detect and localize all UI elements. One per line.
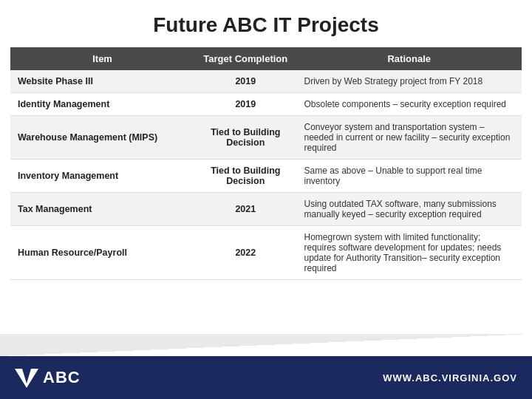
page-title: Future ABC IT Projects bbox=[0, 0, 532, 47]
table-row: Human Resource/Payroll2022Homegrown syst… bbox=[10, 226, 522, 280]
cell-rationale: Obsolete components – security exception… bbox=[297, 93, 522, 116]
decorative-diagonal bbox=[0, 334, 532, 356]
footer-bar: ABC WWW.ABC.VIRGINIA.GOV bbox=[0, 356, 532, 399]
col-header-target: Target Completion bbox=[194, 47, 296, 70]
table-row: Inventory ManagementTied to Building Dec… bbox=[10, 160, 522, 193]
cell-target: 2019 bbox=[194, 70, 296, 93]
cell-target: 2021 bbox=[194, 193, 296, 226]
table-row: Identity Management2019Obsolete componen… bbox=[10, 93, 522, 116]
table-row: Warehouse Management (MIPS)Tied to Build… bbox=[10, 116, 522, 160]
cell-rationale: Same as above – Unable to support real t… bbox=[297, 160, 522, 193]
abc-logo-icon bbox=[15, 366, 38, 389]
cell-rationale: Conveyor system and transportation syste… bbox=[297, 116, 522, 160]
cell-target: Tied to Building Decision bbox=[194, 116, 296, 160]
col-header-item: Item bbox=[10, 47, 194, 70]
cell-target: 2022 bbox=[194, 226, 296, 280]
cell-rationale: Driven by Web Strategy project from FY 2… bbox=[297, 70, 522, 93]
svg-marker-0 bbox=[15, 369, 38, 388]
table-wrapper: Item Target Completion Rationale Website… bbox=[10, 47, 522, 280]
cell-item: Warehouse Management (MIPS) bbox=[10, 116, 194, 160]
footer-url: WWW.ABC.VIRGINIA.GOV bbox=[383, 372, 517, 383]
footer-abc-text: ABC bbox=[43, 368, 81, 387]
table-row: Website Phase III2019Driven by Web Strat… bbox=[10, 70, 522, 93]
cell-rationale: Homegrown system with limited functional… bbox=[297, 226, 522, 280]
table-row: Tax Management2021Using outdated TAX sof… bbox=[10, 193, 522, 226]
cell-item: Human Resource/Payroll bbox=[10, 226, 194, 280]
table-header-row: Item Target Completion Rationale bbox=[10, 47, 522, 70]
col-header-rationale: Rationale bbox=[297, 47, 522, 70]
cell-item: Inventory Management bbox=[10, 160, 194, 193]
cell-target: 2019 bbox=[194, 93, 296, 116]
footer-logo: ABC bbox=[15, 366, 81, 389]
cell-item: Tax Management bbox=[10, 193, 194, 226]
cell-item: Website Phase III bbox=[10, 70, 194, 93]
cell-rationale: Using outdated TAX software, many submis… bbox=[297, 193, 522, 226]
projects-table: Item Target Completion Rationale Website… bbox=[10, 47, 522, 280]
cell-target: Tied to Building Decision bbox=[194, 160, 296, 193]
cell-item: Identity Management bbox=[10, 93, 194, 116]
